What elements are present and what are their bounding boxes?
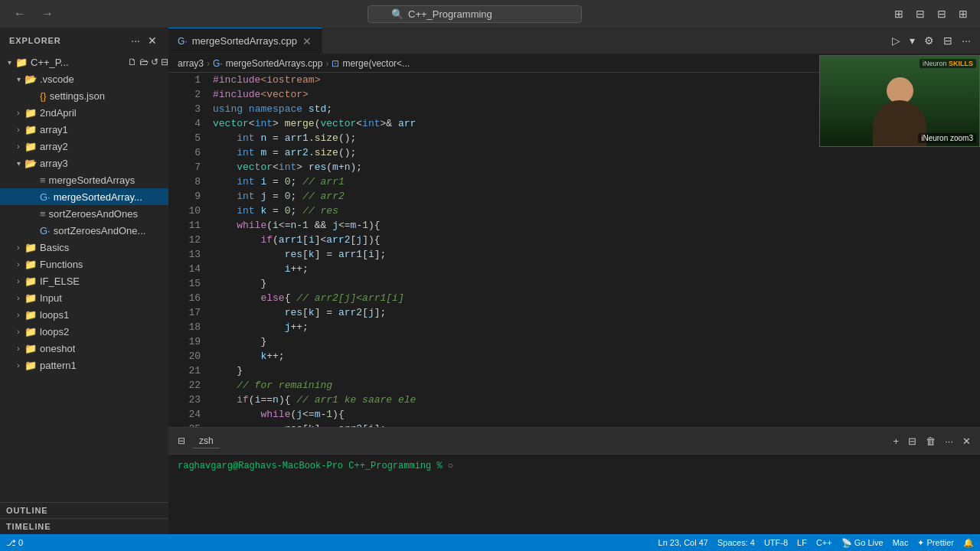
tab-label: mergeSortedArrays.cpp (192, 35, 297, 47)
prettier-label: Prettier (927, 538, 954, 547)
sidebar-more-button[interactable]: ··· (129, 34, 142, 47)
status-bar-left: ⎇ 0 (6, 538, 23, 548)
tab-close-button[interactable]: ✕ (302, 36, 312, 47)
sidebar-item-array2[interactable]: › 📁 array2 (0, 138, 168, 155)
sidebar-item-pattern1[interactable]: › 📁 pattern1 (0, 357, 168, 373)
collapse-button[interactable]: ⊟ (161, 57, 168, 67)
eol[interactable]: LF (797, 538, 807, 547)
search-text: C++_Programming (408, 8, 492, 20)
status-bar-right: Ln 23, Col 47 Spaces: 4 UTF-8 LF C++ 📡 G… (658, 538, 974, 548)
forward-button[interactable]: → (37, 5, 58, 22)
language-mode[interactable]: C++ (816, 538, 832, 547)
search-box[interactable]: 🔍 C++_Programming (368, 5, 582, 23)
new-file-button[interactable]: 🗋 (128, 57, 137, 67)
sidebar-close-button[interactable]: ✕ (145, 34, 159, 47)
loops2-label: loops2 (40, 326, 69, 337)
breadcrumb-symbol[interactable]: merge(vector<... (342, 58, 410, 69)
prettier-button[interactable]: ✦ Prettier (917, 538, 954, 548)
golive-button[interactable]: 📡 Go Live (841, 538, 884, 548)
cursor-position[interactable]: Ln 23, Col 47 (658, 538, 708, 547)
sidebar-item-loops1[interactable]: › 📁 loops1 (0, 306, 168, 323)
json-file-icon: {} (40, 90, 47, 102)
golive-label: Go Live (854, 538, 884, 547)
breadcrumb-file[interactable]: mergeSortedArrays.cpp (226, 58, 323, 69)
terminal-tab-label[interactable]: zsh (193, 434, 220, 448)
tab-bar-actions: ▷ ▾ ⚙ ⊟ ··· (889, 33, 980, 48)
indentation[interactable]: Spaces: 4 (717, 538, 755, 547)
timeline-section: TIMELINE (0, 518, 168, 534)
breadcrumb-folder[interactable]: array3 (178, 58, 204, 69)
terminal-split-button[interactable]: ⊟ (905, 435, 920, 448)
encoding[interactable]: UTF-8 (764, 538, 788, 547)
sidebar-item-mergesorted-cpp[interactable]: G· mergeSortedArray... (0, 188, 168, 205)
branch-label: 0 (18, 538, 23, 547)
more-button[interactable]: ··· (959, 33, 974, 48)
sidebar-item-2ndapril[interactable]: › 📁 2ndApril (0, 104, 168, 121)
sidebar-item-settings[interactable]: {} settings.json (0, 87, 168, 104)
sidebar-item-sortzeros-plain[interactable]: ≡ sortZeroesAndOnes (0, 205, 168, 222)
sidebar-item-array3[interactable]: ▾ 📂 array3 (0, 155, 168, 171)
settings-button[interactable]: ⚙ (921, 33, 937, 48)
folder-icon: 📁 (24, 309, 37, 321)
terminal-new-button[interactable]: + (890, 435, 903, 448)
ifelse-label: IF_ELSE (40, 276, 80, 287)
new-folder-button[interactable]: 🗁 (139, 57, 149, 67)
platform[interactable]: Mac (893, 538, 909, 547)
terminal-more-button[interactable]: ··· (942, 435, 956, 448)
sidebar-item-functions[interactable]: › 📁 Functions (0, 256, 168, 272)
run-dropdown[interactable]: ▾ (906, 33, 918, 48)
breadcrumb-sep-2: › (325, 58, 328, 69)
chevron-right-icon: › (12, 328, 24, 336)
folder-icon: 📁 (24, 276, 37, 287)
folder-icon: 📁 (24, 124, 37, 135)
sidebar-item-basics[interactable]: › 📁 Basics (0, 239, 168, 256)
terminal-prompt: raghavgarg@Raghavs-MacBook-Pro C++_Progr… (178, 461, 443, 471)
git-branch-status[interactable]: ⎇ 0 (6, 538, 23, 548)
sidebar-item-oneshot[interactable]: › 📁 oneshot (0, 340, 168, 357)
outline-header[interactable]: OUTLINE (0, 503, 168, 518)
chevron-down-icon: ▾ (12, 159, 24, 168)
notifications-bell[interactable]: 🔔 (963, 538, 974, 548)
chevron-right-icon: › (12, 243, 24, 252)
run-button[interactable]: ▷ (889, 33, 903, 48)
layout-btn-4[interactable]: ⊞ (956, 6, 971, 21)
split-editor-button[interactable]: ⊟ (940, 33, 956, 48)
terminal-delete-button[interactable]: 🗑 (923, 435, 939, 448)
sidebar-item-mergesorted-plain[interactable]: ≡ mergeSortedArrays (0, 171, 168, 188)
active-tab[interactable]: G· mergeSortedArrays.cpp ✕ (168, 28, 322, 54)
webcam-label: iNeuron zoom3 (918, 133, 976, 143)
terminal-close-button[interactable]: ✕ (959, 435, 974, 448)
sidebar-item-loops2[interactable]: › 📁 loops2 (0, 323, 168, 340)
chevron-right-icon: › (12, 277, 24, 285)
breadcrumb-symbol-icon: ⊡ (332, 58, 339, 69)
sidebar: EXPLORER ··· ✕ ▾ 📁 C++_P... 🗋 🗁 ↺ ⊟ ▾ 📂 (0, 28, 168, 534)
branch-icon: ⎇ (6, 538, 16, 547)
line-numbers: 12345 678910 1112131415 1617181920 21222… (168, 73, 207, 427)
folder-icon: 📁 (24, 343, 37, 354)
refresh-button[interactable]: ↺ (151, 57, 158, 67)
sidebar-item-vscode[interactable]: ▾ 📂 .vscode (0, 70, 168, 87)
titlebar-search-area: 🔍 C++_Programming (58, 5, 891, 23)
terminal-open-button[interactable]: ⊟ (175, 435, 188, 447)
search-icon: 🔍 (391, 8, 403, 20)
terminal-panel: ⊟ zsh + ⊟ 🗑 ··· ✕ raghavgarg@Raghavs-Mac… (168, 427, 980, 534)
chevron-right-icon: › (12, 109, 24, 117)
pattern1-label: pattern1 (40, 360, 77, 371)
mergesorted-cpp-label: mergeSortedArray... (54, 191, 142, 203)
folder-icon: 📂 (24, 73, 37, 85)
sidebar-item-input[interactable]: › 📁 Input (0, 289, 168, 306)
mergesorted-plain-label: mergeSortedArrays (49, 174, 136, 186)
sidebar-root-folder[interactable]: ▾ 📁 C++_P... 🗋 🗁 ↺ ⊟ (0, 54, 168, 70)
sidebar-item-ifelse[interactable]: › 📁 IF_ELSE (0, 272, 168, 289)
cpp-git-icon: G· (40, 191, 51, 203)
terminal-body[interactable]: raghavgarg@Raghavs-MacBook-Pro C++_Progr… (168, 455, 980, 534)
layout-btn-2[interactable]: ⊟ (913, 6, 928, 21)
titlebar-actions: ⊞ ⊟ ⊟ ⊞ (891, 6, 971, 21)
cpp-file-icon: ≡ (40, 174, 46, 186)
timeline-header[interactable]: TIMELINE (0, 519, 168, 534)
back-button[interactable]: ← (9, 5, 31, 22)
sidebar-item-array1[interactable]: › 📁 array1 (0, 121, 168, 138)
layout-btn-1[interactable]: ⊞ (891, 6, 906, 21)
sidebar-item-sortzeros-cpp[interactable]: G· sortZeroesAndOne... (0, 222, 168, 239)
layout-btn-3[interactable]: ⊟ (934, 6, 949, 21)
